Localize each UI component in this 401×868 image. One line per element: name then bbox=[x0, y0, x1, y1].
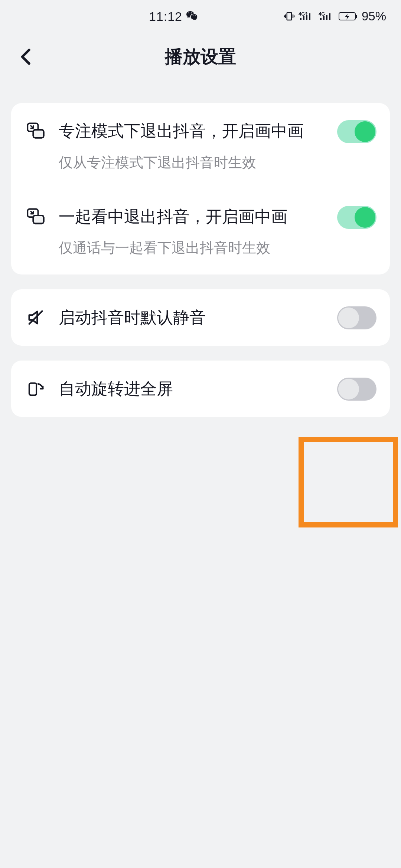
vibrate-icon bbox=[284, 11, 295, 22]
mute-icon bbox=[25, 308, 47, 327]
svg-rect-0 bbox=[287, 13, 292, 20]
setting-label: 启动抖音时默认静音 bbox=[59, 306, 325, 329]
setting-row-pip-watch-together: 一起看中退出抖音，开启画中画 仅通话与一起看下退出抖音时生效 bbox=[11, 189, 390, 274]
pip-icon bbox=[25, 205, 47, 226]
toggle-auto-rotate[interactable] bbox=[337, 378, 376, 401]
battery-percentage: 95% bbox=[362, 9, 386, 23]
back-button[interactable] bbox=[15, 46, 37, 68]
rotate-icon bbox=[25, 379, 47, 398]
header: 播放设置 bbox=[0, 33, 401, 81]
annotation-highlight bbox=[299, 437, 398, 527]
page-title: 播放设置 bbox=[0, 45, 401, 69]
battery-charging-icon bbox=[339, 11, 358, 21]
toggle-mute-on-launch[interactable] bbox=[337, 306, 376, 329]
settings-group-pip: 专注模式下退出抖音，开启画中画 仅从专注模式下退出抖音时生效 一起看中退出抖音，… bbox=[11, 103, 390, 274]
svg-rect-4 bbox=[356, 15, 357, 18]
setting-sublabel: 仅通话与一起看下退出抖音时生效 bbox=[59, 238, 325, 258]
signal-4g-icon-2: 4G bbox=[319, 11, 335, 22]
status-time: 11:12 bbox=[149, 9, 182, 24]
svg-text:4G: 4G bbox=[319, 11, 325, 17]
toggle-pip-watch-together[interactable] bbox=[337, 206, 376, 229]
pip-icon bbox=[25, 119, 47, 140]
setting-sublabel: 仅从专注模式下退出抖音时生效 bbox=[59, 153, 325, 172]
settings-group-mute: 启动抖音时默认静音 bbox=[11, 289, 390, 346]
setting-label: 一起看中退出抖音，开启画中画 bbox=[59, 205, 325, 228]
svg-rect-6 bbox=[33, 130, 44, 138]
setting-row-mute-on-launch: 启动抖音时默认静音 bbox=[11, 289, 390, 346]
toggle-pip-focus[interactable] bbox=[337, 120, 376, 143]
settings-group-rotate: 自动旋转进全屏 bbox=[11, 361, 390, 417]
wechat-icon bbox=[186, 9, 198, 24]
setting-label: 自动旋转进全屏 bbox=[59, 377, 325, 400]
setting-label: 专注模式下退出抖音，开启画中画 bbox=[59, 119, 325, 142]
svg-rect-9 bbox=[33, 216, 44, 224]
status-bar: 11:12 4G 4G 95% bbox=[0, 0, 401, 33]
svg-text:4G: 4G bbox=[299, 11, 305, 17]
setting-row-auto-rotate: 自动旋转进全屏 bbox=[11, 361, 390, 417]
signal-4g-icon-1: 4G bbox=[299, 11, 315, 22]
setting-row-pip-focus: 专注模式下退出抖音，开启画中画 仅从专注模式下退出抖音时生效 bbox=[11, 103, 390, 189]
svg-rect-11 bbox=[29, 383, 37, 395]
